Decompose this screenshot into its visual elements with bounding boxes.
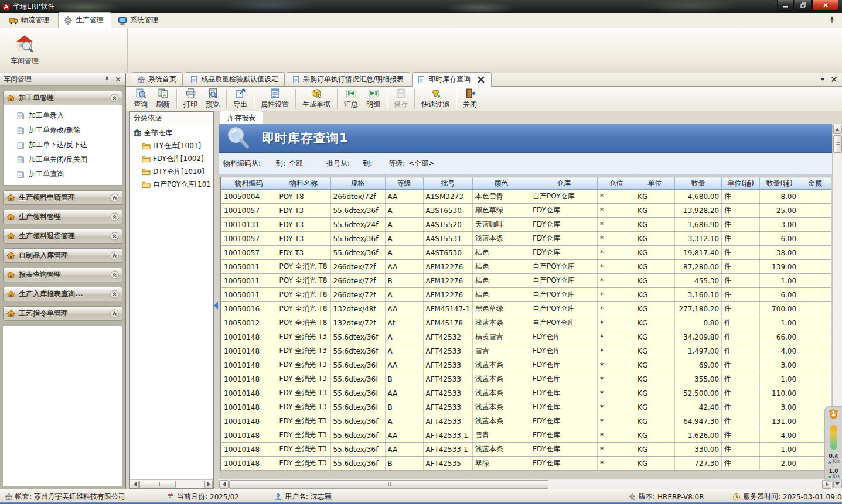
grid-cell[interactable]: B <box>385 457 423 471</box>
grid-cell[interactable]: 自产POY仓库 <box>530 316 598 330</box>
grid-cell[interactable]: 件 <box>722 428 760 443</box>
grid-cell[interactable] <box>799 204 831 218</box>
grid-cell[interactable]: 10050011 <box>221 274 277 288</box>
sidebar-item[interactable]: 加工单查询 <box>4 167 122 181</box>
grid-cell[interactable]: A <box>385 344 423 358</box>
grid-cell[interactable]: A <box>385 204 423 218</box>
column-header[interactable]: 物料名称 <box>277 177 330 190</box>
grid-cell[interactable]: FDY 全消光 T3 <box>277 330 330 344</box>
grid-cell[interactable]: 2.00 <box>760 457 799 471</box>
grid-cell[interactable]: 10010148 <box>221 330 277 344</box>
table-row[interactable]: 10010148FDY 全消光 T355.6dtex/36fBAFT42533浅… <box>221 372 831 386</box>
grid-cell[interactable]: KG <box>635 386 675 400</box>
grid-cell[interactable]: At <box>385 316 423 330</box>
column-header[interactable]: 单位(辅) <box>722 177 760 190</box>
grid-cell[interactable]: 10010148 <box>221 372 277 386</box>
chevron-up-icon[interactable] <box>110 94 119 102</box>
table-row[interactable]: 10010057FDY T355.6dtex/36fAA3ST6530黑色草绿F… <box>221 204 831 218</box>
chevron-up-icon[interactable] <box>110 290 119 299</box>
grid-cell[interactable]: FDY仓库 <box>530 372 598 386</box>
query-button[interactable]: 查询 <box>129 87 152 111</box>
chevron-up-icon[interactable] <box>110 232 119 241</box>
grid-cell[interactable]: * <box>598 400 635 414</box>
grid-cell[interactable]: 件 <box>722 457 760 471</box>
grid-cell[interactable]: 件 <box>722 316 760 330</box>
table-row[interactable]: 10050011POY 全消光 T8266dtex/72fBAFM12276桔色… <box>221 274 831 288</box>
sidebar-item[interactable]: 加工单修改/删除 <box>4 123 122 138</box>
chevron-up-icon[interactable] <box>110 309 119 318</box>
chevron-up-icon[interactable] <box>110 270 119 279</box>
quick-filter-button[interactable]: 快速过滤 <box>417 87 454 111</box>
column-header[interactable]: 批号 <box>423 177 473 190</box>
grid-cell[interactable]: KG <box>635 260 675 274</box>
grid-cell[interactable]: * <box>598 246 635 260</box>
grid-cell[interactable]: * <box>598 344 635 358</box>
tree-node[interactable]: FDY仓库[1002] <box>137 152 212 165</box>
grid-horizontal-scrollbar[interactable] <box>219 479 832 489</box>
column-header[interactable]: 金额 <box>799 177 831 190</box>
grid-cell[interactable]: * <box>598 330 635 344</box>
column-header[interactable]: 等级 <box>385 177 423 190</box>
column-header[interactable]: 数量 <box>675 177 722 190</box>
grid-cell[interactable]: 10010148 <box>221 386 277 400</box>
grid-cell[interactable]: FDY 全消光 T3 <box>277 358 330 372</box>
grid-cell[interactable]: 10050016 <box>221 302 277 316</box>
grid-cell[interactable]: FDY仓库 <box>530 344 598 358</box>
grid-cell[interactable]: KG <box>635 204 675 218</box>
grid-cell[interactable]: POY 全消光 T8 <box>277 274 330 288</box>
grid-cell[interactable]: AFT42533 <box>423 400 473 414</box>
grid-cell[interactable]: FDY仓库 <box>530 457 598 471</box>
grid-cell[interactable]: 10010057 <box>221 204 277 218</box>
table-row[interactable]: 10010057FDY T355.6dtex/36fAA4ST6530桔色FDY… <box>221 246 831 260</box>
menu-tab-logistics[interactable]: 物流管理 <box>4 12 57 28</box>
grid-cell[interactable]: FDY仓库 <box>530 204 598 218</box>
grid-cell[interactable]: 10010148 <box>221 443 277 457</box>
grid-cell[interactable]: KG <box>635 218 675 232</box>
grid-cell[interactable]: 4,680.00 <box>675 190 722 204</box>
grid-cell[interactable]: 110.00 <box>760 386 799 400</box>
tree-node[interactable]: DTY仓库[1010] <box>137 165 212 178</box>
grid-cell[interactable]: 55.6dtex/36f <box>330 428 385 443</box>
grid-cell[interactable]: AFT42535 <box>423 457 473 471</box>
grid-cell[interactable]: 1.00 <box>760 372 799 386</box>
grid-cell[interactable]: 132dtex/48f <box>330 302 385 316</box>
grid-cell[interactable]: 桔色 <box>473 260 530 274</box>
column-header[interactable]: 单位 <box>635 177 675 190</box>
doc-tab-home[interactable]: 系统首页 <box>132 72 183 86</box>
grid-cell[interactable]: 10010131 <box>221 218 277 232</box>
grid-cell[interactable]: KG <box>635 414 675 428</box>
grid-cell[interactable]: AFT42533 <box>423 372 473 386</box>
grid-cell[interactable]: * <box>598 386 635 400</box>
close-tab-icon[interactable] <box>831 76 837 83</box>
grid-cell[interactable]: 55.6dtex/36f <box>330 358 385 372</box>
grid-cell[interactable]: AFT42533-1 <box>423 443 473 457</box>
grid-cell[interactable]: KG <box>635 288 675 302</box>
grid-cell[interactable]: 3.00 <box>760 358 799 372</box>
grid-cell[interactable]: 13,928.20 <box>675 204 722 218</box>
grid-cell[interactable]: 桔色 <box>473 274 530 288</box>
grid-cell[interactable]: 件 <box>722 274 760 288</box>
grid-cell[interactable]: KG <box>635 400 675 414</box>
grid-cell[interactable]: 10050011 <box>221 288 277 302</box>
grid-cell[interactable]: POY T8 <box>277 190 330 204</box>
table-row[interactable]: 10050011POY 全消光 T8266dtex/72fAAFM12276桔色… <box>221 288 831 302</box>
grid-cell[interactable]: FDY仓库 <box>530 443 598 457</box>
grid-cell[interactable] <box>799 218 831 232</box>
grid-cell[interactable]: POY 全消光 T8 <box>277 260 330 274</box>
grid-cell[interactable]: FDY仓库 <box>530 246 598 260</box>
grid-cell[interactable]: 355.00 <box>675 372 722 386</box>
grid-cell[interactable]: 69.00 <box>675 358 722 372</box>
grid-cell[interactable]: 4.00 <box>760 428 799 443</box>
sidebar-item[interactable]: 加工单下达/反下达 <box>4 138 122 152</box>
grid-cell[interactable]: 55.6dtex/36f <box>330 232 385 246</box>
tree-node-all-warehouses[interactable]: 全部仓库 <box>131 126 212 139</box>
grid-cell[interactable]: AFM45178 <box>423 316 473 330</box>
chevron-up-icon[interactable] <box>110 251 119 260</box>
close-icon[interactable] <box>114 76 122 83</box>
preview-button[interactable]: 预览 <box>202 87 224 111</box>
grid-cell[interactable]: KG <box>635 428 675 443</box>
grid-cell[interactable]: * <box>598 274 635 288</box>
grid-cell[interactable]: 雪青 <box>473 428 530 443</box>
table-row[interactable]: 10010148FDY 全消光 T355.6dtex/36fBAFT42533浅… <box>221 400 831 414</box>
grid-cell[interactable]: 66.00 <box>760 330 799 344</box>
